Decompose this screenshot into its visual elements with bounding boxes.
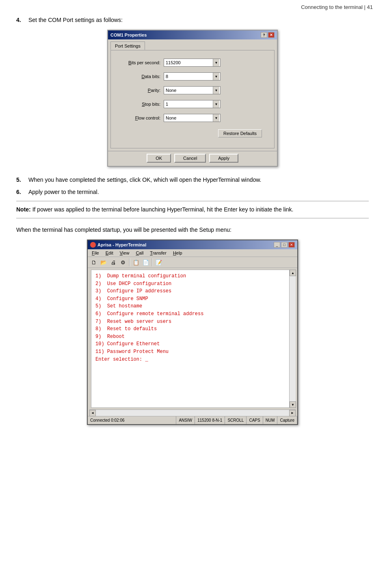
data-bits-value: 8 [165, 74, 213, 79]
parity-value: None [165, 88, 213, 93]
menu-transfer[interactable]: Transfer [147, 250, 169, 256]
ok-button[interactable]: OK [147, 154, 171, 163]
status-capture: Capture [277, 416, 297, 424]
terminal-line-10: 10) Configure Ethernet [95, 340, 286, 348]
stop-bits-value: 1 [165, 102, 213, 107]
hyper-titlebar: Aprisa - HyperTerminal _ □ ✕ [88, 240, 297, 249]
page-header-text: Connecting to the terminal | 41 [301, 4, 373, 10]
bits-per-second-row: Bits per second: 115200 ▼ [119, 59, 266, 67]
hyper-title-text: Aprisa - HyperTerminal [97, 242, 146, 247]
step-6: 6. Apply power to the terminal. [16, 189, 369, 195]
step-4-text: Set the COM Port settings as follows: [28, 17, 369, 23]
flow-control-label: Flow control: [119, 115, 164, 120]
toolbar-new[interactable]: 🗋 [89, 258, 98, 267]
terminal-line-11: 11) Password Protect Menu [95, 348, 286, 356]
terminal-line-3: 3) Configure IP addresses [95, 287, 286, 295]
hyper-statusbar: Connected 0:02:06 ANSIW 115200 8-N-1 SCR… [88, 416, 297, 424]
menu-file[interactable]: File [89, 250, 102, 256]
menu-call[interactable]: Call [133, 250, 146, 256]
flow-control-arrow[interactable]: ▼ [213, 114, 219, 122]
com1-title-buttons: ? ✕ [261, 32, 275, 38]
status-caps: CAPS [247, 416, 263, 424]
step-4: 4. Set the COM Port settings as follows: [16, 17, 369, 23]
status-scroll: SCROLL [225, 416, 247, 424]
terminal-line-6: 6) Configure remote terminal address [95, 310, 286, 318]
toolbar-sep-2 [152, 258, 153, 266]
hscroll-left-arrow[interactable]: ◄ [89, 410, 96, 416]
terminal-line-8: 8) Reset to defaults [95, 325, 286, 333]
hscroll-right-arrow[interactable]: ► [289, 410, 296, 416]
scroll-up-arrow[interactable]: ▲ [290, 270, 296, 276]
terminal-line-2: 2) Use DHCP configuration [95, 280, 286, 288]
com1-dialog-footer: OK Cancel Apply [108, 151, 277, 166]
stop-bits-arrow[interactable]: ▼ [213, 100, 219, 108]
parity-select[interactable]: None ▼ [164, 86, 221, 94]
com1-titlebar: COM1 Properties ? ✕ [108, 30, 277, 39]
step-5-number: 5. [16, 176, 28, 183]
step-5: 5. When you have completed the settings,… [16, 176, 369, 183]
toolbar-sep-1 [129, 258, 130, 266]
data-bits-arrow[interactable]: ▼ [213, 73, 219, 80]
com1-help-button[interactable]: ? [261, 32, 267, 38]
menu-edit[interactable]: Edit [103, 250, 116, 256]
restore-defaults-button[interactable]: Restore Defaults [218, 129, 262, 137]
scroll-down-arrow[interactable]: ▼ [290, 401, 296, 408]
stop-bits-label: Stop bits: [119, 102, 164, 107]
toolbar-paste[interactable]: 📄 [141, 258, 150, 267]
toolbar-capture[interactable]: 📝 [154, 258, 163, 267]
toolbar-open[interactable]: 📂 [99, 258, 108, 267]
data-bits-label: Data bits: [119, 74, 164, 79]
com1-title: COM1 Properties [110, 33, 147, 37]
terminal-line-4: 4) Configure SNMP [95, 295, 286, 303]
terminal-scrollbar[interactable]: ▲ ▼ [289, 270, 296, 408]
com1-close-button[interactable]: ✕ [268, 32, 275, 38]
restore-defaults-row: Restore Defaults [119, 128, 266, 140]
terminal-area-wrapper: 1) Dump terminal configuration 2) Use DH… [89, 270, 296, 408]
stop-bits-select[interactable]: 1 ▼ [164, 100, 221, 108]
hyper-restore-button[interactable]: □ [281, 242, 288, 248]
terminal-area[interactable]: 1) Dump terminal configuration 2) Use DH… [91, 270, 294, 408]
hyper-close-button[interactable]: ✕ [288, 242, 295, 248]
parity-label: Parity: [119, 88, 164, 93]
terminal-line-1: 1) Dump terminal configuration [95, 272, 286, 280]
data-bits-row: Data bits: 8 ▼ [119, 72, 266, 81]
parity-arrow[interactable]: ▼ [213, 87, 219, 94]
step-6-number: 6. [16, 189, 28, 195]
note-label: Note: [16, 206, 31, 213]
toolbar-properties[interactable]: ⚙ [119, 258, 128, 267]
note-text: If power was applied to the terminal bef… [31, 206, 294, 213]
terminal-line-enter: Enter selection: _ [95, 356, 286, 364]
flow-control-value: None [165, 115, 213, 120]
menu-help[interactable]: Help [171, 250, 185, 256]
data-bits-select[interactable]: 8 ▼ [164, 72, 221, 81]
flow-control-row: Flow control: None ▼ [119, 114, 266, 122]
stop-bits-row: Stop bits: 1 ▼ [119, 100, 266, 108]
apply-button[interactable]: Apply [209, 154, 238, 163]
bits-per-second-value: 115200 [165, 60, 213, 65]
parity-row: Parity: None ▼ [119, 86, 266, 94]
status-baudrate: 115200 8-N-1 [195, 416, 225, 424]
toolbar-print[interactable]: 🖨 [109, 258, 118, 267]
flow-control-select[interactable]: None ▼ [164, 114, 221, 122]
bits-per-second-select[interactable]: 115200 ▼ [164, 59, 221, 67]
com1-dialog: COM1 Properties ? ✕ Port Settings Bits p… [107, 30, 278, 167]
hyper-hscrollbar[interactable]: ◄ ► [89, 409, 296, 416]
toolbar-copy[interactable]: 📋 [132, 258, 141, 267]
step-5-text: When you have completed the settings, cl… [28, 176, 369, 183]
bits-per-second-label: Bits per second: [119, 60, 164, 65]
hyper-title-left: Aprisa - HyperTerminal [90, 242, 146, 248]
hyper-minimize-button[interactable]: _ [274, 242, 280, 248]
bits-per-second-arrow[interactable]: ▼ [213, 59, 219, 66]
hyper-terminal-container: Aprisa - HyperTerminal _ □ ✕ File Edit V… [16, 240, 369, 425]
terminal-line-7: 7) Reset web server users [95, 318, 286, 326]
status-connected: Connected 0:02:06 [88, 416, 176, 424]
hyper-toolbar: 🗋 📂 🖨 ⚙ 📋 📄 📝 [88, 257, 297, 268]
status-encoding: ANSIW [176, 416, 195, 424]
page-header: Connecting to the terminal | 41 [0, 0, 385, 13]
status-num: NUM [263, 416, 278, 424]
menu-view[interactable]: View [117, 250, 132, 256]
cancel-button[interactable]: Cancel [174, 154, 206, 163]
port-settings-tab[interactable]: Port Settings [110, 41, 145, 50]
hyper-title-buttons: _ □ ✕ [274, 242, 295, 248]
terminal-line-5: 5) Set hostname [95, 303, 286, 310]
